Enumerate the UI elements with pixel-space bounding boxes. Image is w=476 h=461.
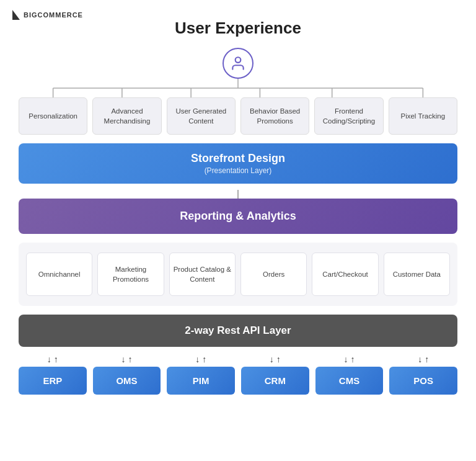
reporting-analytics-bar: Reporting & Analytics	[19, 199, 457, 234]
integration-pos: ↓ ↑ POS	[389, 354, 457, 395]
logo-text: BIGCOMMERCE	[24, 11, 83, 19]
middle-box-orders: Orders	[240, 253, 307, 296]
logo-icon	[12, 10, 20, 20]
oms-button[interactable]: OMS	[93, 367, 161, 395]
top-box-user-generated-content: User Generated Content	[167, 97, 236, 135]
oms-arrow-down: ↓	[121, 354, 126, 364]
integration-cms: ↓ ↑ CMS	[315, 354, 384, 395]
crm-arrow-down: ↓	[270, 354, 274, 364]
connector-line-1	[237, 190, 239, 199]
middle-box-customer-data: Customer Data	[384, 253, 450, 296]
logo: BIGCOMMERCE	[12, 10, 83, 20]
user-icon-circle	[223, 48, 253, 79]
api-layer-bar: 2-way Rest API Layer	[19, 315, 457, 347]
erp-arrow-up: ↑	[54, 354, 58, 364]
pos-arrow-down: ↓	[418, 354, 422, 364]
middle-box-product-catalog: Product Catalog & Content	[169, 253, 236, 296]
storefront-title: Storefront Design	[31, 152, 445, 165]
top-box-advanced-merchandising: Advanced Merchandising	[92, 97, 161, 135]
cms-arrow-down: ↓	[344, 354, 348, 364]
integrations-row: ↓ ↑ ERP ↓ ↑ OMS ↓ ↑ PIM ↓ ↑ CRM	[19, 354, 457, 395]
pos-arrow-up: ↑	[425, 354, 429, 364]
pos-button[interactable]: POS	[389, 367, 457, 395]
integration-erp: ↓ ↑ ERP	[19, 354, 87, 395]
top-box-behavior-based-promotions: Behavior Based Promotions	[240, 97, 309, 135]
oms-arrow-up: ↑	[128, 354, 133, 364]
cms-arrows: ↓ ↑	[344, 354, 355, 364]
top-boxes-row: Personalization Advanced Merchandising U…	[19, 97, 457, 135]
pim-arrow-up: ↑	[202, 354, 206, 364]
top-box-personalization: Personalization	[19, 97, 87, 135]
diagram: Personalization Advanced Merchandising U…	[19, 48, 457, 395]
crm-arrow-up: ↑	[276, 354, 281, 364]
pim-arrows: ↓ ↑	[195, 354, 206, 364]
middle-box-cart-checkout: Cart/Checkout	[312, 253, 378, 296]
middle-box-omnichannel: Omnichannel	[26, 253, 92, 296]
crm-button[interactable]: CRM	[241, 367, 309, 395]
pim-arrow-down: ↓	[195, 354, 200, 364]
erp-button[interactable]: ERP	[19, 367, 87, 395]
integration-pim: ↓ ↑ PIM	[167, 354, 235, 395]
middle-box-marketing-promotions: Marketing Promotions	[97, 253, 164, 296]
reporting-title: Reporting & Analytics	[31, 210, 445, 223]
svg-point-0	[236, 57, 241, 63]
cms-arrow-up: ↑	[351, 354, 355, 364]
cms-button[interactable]: CMS	[315, 367, 384, 395]
middle-boxes-row: Omnichannel Marketing Promotions Product…	[19, 243, 457, 306]
oms-arrows: ↓ ↑	[121, 354, 133, 364]
crm-arrows: ↓ ↑	[270, 354, 281, 364]
top-box-pixel-tracking: Pixel Tracking	[389, 97, 457, 135]
integration-crm: ↓ ↑ CRM	[241, 354, 309, 395]
user-icon	[230, 55, 246, 71]
tree-connector	[19, 79, 457, 97]
erp-arrows: ↓ ↑	[47, 354, 58, 364]
integration-oms: ↓ ↑ OMS	[93, 354, 161, 395]
pim-button[interactable]: PIM	[167, 367, 235, 395]
user-icon-row	[223, 48, 253, 79]
erp-arrow-down: ↓	[47, 354, 51, 364]
page-title: User Experience	[175, 19, 301, 38]
storefront-design-bar: Storefront Design (Presentation Layer)	[19, 143, 457, 184]
api-title: 2-way Rest API Layer	[31, 324, 445, 337]
top-box-frontend-coding-scripting: Frontend Coding/Scripting	[314, 97, 383, 135]
storefront-subtitle: (Presentation Layer)	[31, 166, 445, 175]
pos-arrows: ↓ ↑	[418, 354, 429, 364]
